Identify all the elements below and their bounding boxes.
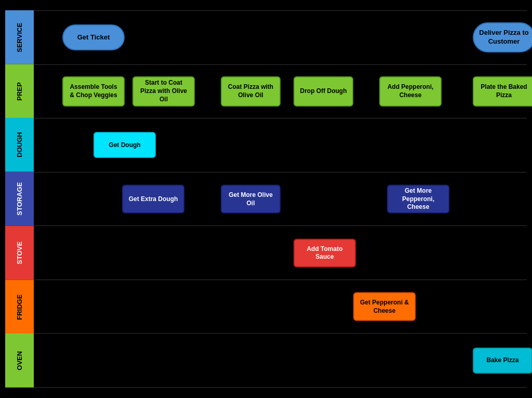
lane-row-fridge: Get Pepperoni & Cheese bbox=[34, 280, 527, 334]
lane-label-stove: STOVE bbox=[5, 226, 34, 280]
lane-label-service: SERVICE bbox=[5, 10, 34, 64]
card-drop-off-dough[interactable]: Drop Off Dough bbox=[294, 76, 353, 107]
card-get-extra-dough[interactable]: Get Extra Dough bbox=[122, 185, 184, 214]
main-container: SERVICEPREPDOUGHSTORAGESTOVEFRIDGEOVEN G… bbox=[0, 0, 532, 398]
card-assemble-tools[interactable]: Assemble Tools & Chop Veggies bbox=[62, 76, 125, 107]
lane-row-dough: Get Dough bbox=[34, 118, 527, 172]
lane-row-storage: Get Extra DoughGet More Olive OilGet Mor… bbox=[34, 172, 527, 226]
card-deliver-pizza[interactable]: Deliver Pizza to Customer bbox=[473, 22, 532, 52]
lane-label-fridge: FRIDGE bbox=[5, 280, 34, 334]
lane-label-oven: OVEN bbox=[5, 334, 34, 388]
lane-labels: SERVICEPREPDOUGHSTORAGESTOVEFRIDGEOVEN bbox=[5, 10, 34, 388]
lane-row-oven: Bake Pizza bbox=[34, 333, 527, 388]
lane-row-service: Get TicketDeliver Pizza to Customer bbox=[34, 10, 527, 64]
card-bake-pizza[interactable]: Bake Pizza bbox=[473, 348, 532, 374]
card-get-more-olive-oil[interactable]: Get More Olive Oil bbox=[221, 185, 281, 214]
lanes-content: Get TicketDeliver Pizza to CustomerAssem… bbox=[34, 10, 527, 388]
card-get-dough[interactable]: Get Dough bbox=[94, 132, 156, 158]
lane-label-dough: DOUGH bbox=[5, 118, 34, 172]
card-add-tomato-sauce[interactable]: Add Tomato Sauce bbox=[294, 238, 356, 267]
lane-row-prep: Assemble Tools & Chop VeggiesStart to Co… bbox=[34, 64, 527, 118]
card-get-ticket[interactable]: Get Ticket bbox=[62, 24, 125, 50]
lane-row-stove: Add Tomato Sauce bbox=[34, 225, 527, 280]
card-get-pepperoni-cheese[interactable]: Get Pepperoni & Cheese bbox=[353, 293, 416, 321]
card-get-more-pepperoni[interactable]: Get More Pepperoni, Cheese bbox=[387, 185, 449, 214]
card-coat-olive-oil[interactable]: Coat Pizza with Olive Oil bbox=[221, 76, 281, 107]
lane-label-storage: STORAGE bbox=[5, 172, 34, 226]
lane-label-prep: PREP bbox=[5, 64, 34, 118]
card-start-coat[interactable]: Start to Coat Pizza with Olive Oil bbox=[132, 76, 195, 107]
card-add-pepperoni-cheese[interactable]: Add Pepperoni, Cheese bbox=[379, 76, 442, 107]
card-plate-baked-pizza[interactable]: Plate the Baked Pizza bbox=[473, 76, 532, 107]
